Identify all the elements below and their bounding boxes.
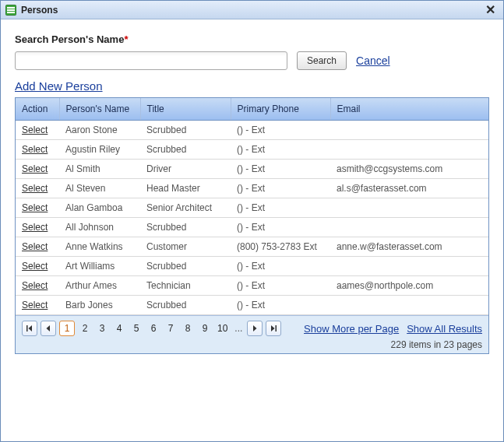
- select-link[interactable]: Select: [22, 202, 48, 213]
- page-number[interactable]: 4: [112, 321, 126, 335]
- cell-title: Scrubbed: [140, 257, 231, 276]
- cell-title: Head Master: [140, 179, 231, 198]
- select-link[interactable]: Select: [22, 261, 48, 272]
- cell-title: Customer: [140, 237, 231, 257]
- cell-phone: () - Ext: [231, 121, 330, 140]
- table-row: SelectAaron StoneScrubbed() - Ext: [16, 121, 488, 140]
- close-icon[interactable]: ✕: [482, 4, 499, 16]
- pager-links: Show More per Page Show All Results: [304, 323, 482, 335]
- content-area: Search Person's Name* Search Cancel Add …: [1, 19, 503, 354]
- svg-rect-1: [7, 7, 15, 9]
- svg-marker-5: [29, 325, 33, 332]
- search-button[interactable]: Search: [297, 51, 347, 70]
- show-all-results-link[interactable]: Show All Results: [407, 323, 482, 335]
- required-marker: *: [124, 33, 128, 45]
- cell-title: Senior Architect: [140, 198, 231, 218]
- col-header-email[interactable]: Email: [330, 98, 488, 121]
- col-header-action[interactable]: Action: [16, 98, 59, 121]
- cell-phone: () - Ext: [231, 257, 330, 276]
- svg-marker-7: [253, 325, 257, 332]
- page-number[interactable]: 10: [215, 321, 230, 335]
- show-more-per-page-link[interactable]: Show More per Page: [304, 323, 399, 335]
- grid-wrapper: Action Person's Name Title Primary Phone…: [15, 97, 489, 354]
- table-row: SelectArt WilliamsScrubbed() - Ext: [16, 257, 488, 276]
- svg-rect-3: [7, 12, 15, 13]
- svg-rect-2: [7, 9, 15, 11]
- table-row: SelectAl SmithDriver() - Extasmith@ccgsy…: [16, 160, 488, 179]
- pager-summary: 229 items in 23 pages: [22, 336, 482, 350]
- table-row: SelectAll JohnsonScrubbed() - Ext: [16, 218, 488, 237]
- select-link[interactable]: Select: [22, 280, 48, 291]
- cell-name: Al Steven: [59, 179, 140, 198]
- table-row: SelectAgustin RileyScrubbed() - Ext: [16, 140, 488, 160]
- cell-phone: (800) 753-2783 Ext: [231, 237, 330, 257]
- cell-email: al.s@fasterasset.com: [330, 179, 488, 198]
- page-number[interactable]: 1: [59, 321, 75, 336]
- pager-next-icon[interactable]: [247, 321, 263, 336]
- cell-phone: () - Ext: [231, 276, 330, 296]
- pager-controls: 12345678910 ... Show More per Page Show …: [22, 321, 482, 336]
- table-row: SelectBarb JonesScrubbed() - Ext: [16, 296, 488, 315]
- cell-name: Barb Jones: [59, 296, 140, 315]
- persons-window: Persons ✕ Search Person's Name* Search C…: [0, 0, 504, 442]
- svg-marker-8: [271, 325, 275, 332]
- cancel-link[interactable]: Cancel: [356, 54, 390, 67]
- select-link[interactable]: Select: [22, 183, 48, 194]
- page-number[interactable]: 7: [164, 321, 178, 335]
- col-header-title[interactable]: Title: [140, 98, 231, 121]
- select-link[interactable]: Select: [22, 125, 48, 135]
- cell-title: Scrubbed: [140, 140, 231, 160]
- pager-ellipsis[interactable]: ...: [233, 323, 244, 334]
- search-row: Search Cancel: [15, 51, 489, 70]
- add-new-person-link[interactable]: Add New Person: [15, 79, 103, 93]
- col-header-phone[interactable]: Primary Phone: [231, 98, 330, 121]
- pager-prev-icon[interactable]: [41, 321, 56, 336]
- table-row: SelectAl StevenHead Master() - Extal.s@f…: [16, 179, 488, 198]
- cell-email: aames@northpole.com: [330, 276, 488, 296]
- cell-phone: () - Ext: [231, 179, 330, 198]
- table-row: SelectAnne WatkinsCustomer(800) 753-2783…: [16, 237, 488, 257]
- cell-name: Alan Gamboa: [59, 198, 140, 218]
- cell-phone: () - Ext: [231, 198, 330, 218]
- page-number[interactable]: 6: [146, 321, 160, 335]
- cell-email: [330, 257, 488, 276]
- svg-rect-4: [26, 325, 28, 332]
- window-icon: [5, 5, 16, 16]
- cell-email: [330, 140, 488, 160]
- cell-title: Scrubbed: [140, 296, 231, 315]
- cell-title: Scrubbed: [140, 218, 231, 237]
- table-row: SelectAlan GamboaSenior Architect() - Ex…: [16, 198, 488, 218]
- select-link[interactable]: Select: [22, 222, 48, 233]
- select-link[interactable]: Select: [22, 163, 48, 174]
- cell-name: Art Williams: [59, 257, 140, 276]
- cell-email: [330, 296, 488, 315]
- select-link[interactable]: Select: [22, 144, 48, 155]
- select-link[interactable]: Select: [22, 300, 48, 310]
- search-input[interactable]: [15, 51, 287, 70]
- header-row: Action Person's Name Title Primary Phone…: [16, 98, 488, 121]
- cell-title: Technician: [140, 276, 231, 296]
- cell-email: [330, 198, 488, 218]
- cell-name: All Johnson: [59, 218, 140, 237]
- page-number[interactable]: 8: [181, 321, 195, 335]
- cell-name: Al Smith: [59, 160, 140, 179]
- svg-marker-6: [47, 325, 51, 332]
- cell-title: Driver: [140, 160, 231, 179]
- table-row: SelectArthur AmesTechnician() - Extaames…: [16, 276, 488, 296]
- search-label-text: Search Person's Name: [15, 33, 124, 45]
- cell-name: Aaron Stone: [59, 121, 140, 140]
- cell-email: anne.w@fasterasset.com: [330, 237, 488, 257]
- persons-grid: Action Person's Name Title Primary Phone…: [16, 98, 488, 315]
- page-number[interactable]: 3: [95, 321, 109, 335]
- page-number[interactable]: 2: [78, 321, 92, 335]
- cell-phone: () - Ext: [231, 140, 330, 160]
- cell-name: Arthur Ames: [59, 276, 140, 296]
- col-header-name[interactable]: Person's Name: [59, 98, 140, 121]
- page-number[interactable]: 9: [198, 321, 212, 335]
- page-number[interactable]: 5: [129, 321, 143, 335]
- pager-first-icon[interactable]: [22, 321, 37, 336]
- pager-last-icon[interactable]: [266, 321, 281, 336]
- cell-phone: () - Ext: [231, 218, 330, 237]
- select-link[interactable]: Select: [22, 241, 48, 252]
- pager: 12345678910 ... Show More per Page Show …: [16, 315, 488, 353]
